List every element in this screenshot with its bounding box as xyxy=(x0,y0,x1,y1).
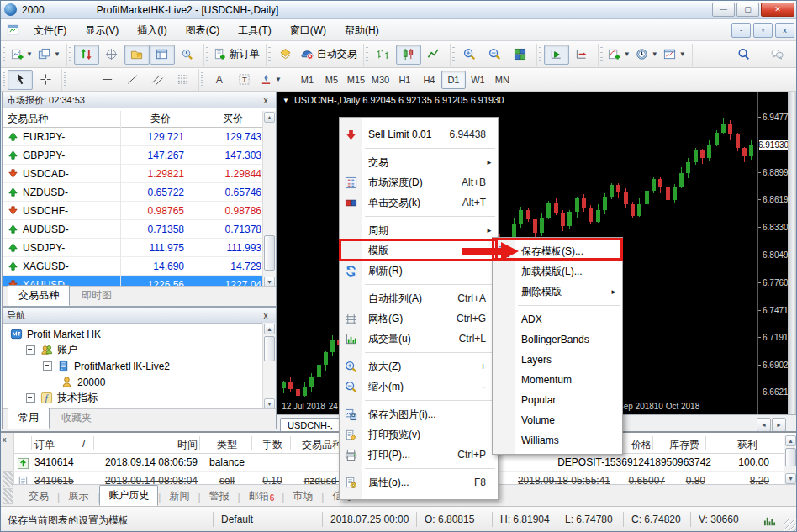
navigator-toggle-button[interactable] xyxy=(124,45,150,65)
context-menu-item-市场深度(D)[interactable]: 市场深度(D)Alt+B xyxy=(340,172,498,192)
menu-工具(T)[interactable]: 工具(T) xyxy=(229,22,280,39)
column-profit[interactable]: 获利 xyxy=(724,438,771,452)
tab-scroll-right-icon[interactable]: ► xyxy=(772,418,786,432)
price-axis[interactable]: 6.947756.889956.861906.833006.804956.776… xyxy=(757,92,789,414)
equidistant-channel-button[interactable] xyxy=(145,70,170,90)
dropdown-arrow-icon[interactable]: ▼ xyxy=(26,50,33,58)
menu-文件(F)[interactable]: 文件(F) xyxy=(24,22,76,39)
market-watch-row-USDCHF-[interactable]: USDCHF-0.987650.98786 xyxy=(3,202,276,220)
fibonacci-button[interactable] xyxy=(170,70,195,90)
tile-windows-button[interactable] xyxy=(508,45,533,65)
column-symbol[interactable]: 交易品种 xyxy=(8,112,48,126)
close-button[interactable]: ✕ xyxy=(761,3,794,17)
profiles-button[interactable]: ▼ xyxy=(35,45,63,65)
timeframe-MN[interactable]: MN xyxy=(490,71,515,89)
dropdown-arrow-icon[interactable]: ▼ xyxy=(54,50,61,58)
expand-icon[interactable] xyxy=(43,361,52,371)
terminal-close-icon[interactable]: x xyxy=(3,435,7,444)
column-lots[interactable]: 手数 xyxy=(253,438,292,452)
navigator-item-账户[interactable]: 账户 xyxy=(6,342,276,358)
market-watch-row-NZDUSD-[interactable]: NZDUSD-0.657220.65746 xyxy=(3,183,276,202)
menu-插入(I)[interactable]: 插入(I) xyxy=(128,22,176,39)
expand-icon[interactable] xyxy=(26,393,35,403)
navigator-item-技术指标[interactable]: f技术指标 xyxy=(6,390,276,406)
new-chart-button[interactable]: ▼ xyxy=(8,45,35,65)
market-watch-row-AUDUSD-[interactable]: AUDUSD-0.713580.71378 xyxy=(3,220,276,239)
terminal-scrollbar[interactable]: ▲ ▼ xyxy=(784,435,797,485)
tab-scroll-left-icon[interactable]: ◄ xyxy=(757,418,771,432)
navigator-item-ProfitMarketHK-Live2[interactable]: ProfitMarketHK-Live2 xyxy=(6,358,276,374)
chart-candles-button[interactable] xyxy=(396,45,421,65)
timeframe-M30[interactable]: M30 xyxy=(368,71,393,89)
market-watch-row-EURJPY-[interactable]: EURJPY-129.721129.743 xyxy=(3,128,276,146)
context-menu-item-成交量(u)[interactable]: 成交量(u)Ctrl+L xyxy=(340,329,498,349)
market-watch-row-USDCAD-[interactable]: USDCAD-1.298211.29844 xyxy=(3,165,276,183)
market-watch-row-XAGUSD-[interactable]: XAGUSD-14.69014.729 xyxy=(3,257,276,276)
scroll-up-icon[interactable]: ▲ xyxy=(264,112,275,123)
submenu-item-Momentum[interactable]: Momentum xyxy=(493,370,622,390)
submenu-item-BollingerBands[interactable]: BollingerBands xyxy=(493,329,622,350)
indicators-list-button[interactable]: ▼ xyxy=(605,45,633,65)
new-order-button[interactable]: 新订单 xyxy=(211,45,262,65)
context-menu-item-自动排列(A)[interactable]: 自动排列(A)Ctrl+A xyxy=(340,288,498,308)
tab-常用[interactable]: 常用 xyxy=(8,408,50,429)
market-watch-toggle-button[interactable] xyxy=(74,45,99,65)
context-menu-item-单击交易(k)[interactable]: 单击交易(k)Alt+T xyxy=(340,192,498,213)
context-menu-item-网格(G)[interactable]: 网格(G)Ctrl+G xyxy=(340,308,498,329)
context-menu-item-刷新(R)[interactable]: 刷新(R) xyxy=(340,261,498,281)
market-watch-scrollbar[interactable]: ▲ ▼ xyxy=(262,111,276,288)
context-menu-item-属性(o)...[interactable]: 属性(o)...F8 xyxy=(340,472,498,492)
timeframe-M1[interactable]: M1 xyxy=(295,71,319,89)
chart-scrollbar[interactable] xyxy=(788,92,797,414)
strategy-tester-button[interactable] xyxy=(175,45,200,65)
terminal-tab-邮箱[interactable]: 邮箱6 xyxy=(240,487,282,506)
context-menu-item-打印(P)...[interactable]: 打印(P)...Ctrl+P xyxy=(340,445,498,465)
navigator-close-icon[interactable]: x xyxy=(260,311,272,320)
scroll-thumb[interactable] xyxy=(785,448,796,466)
zoom-out-button[interactable] xyxy=(483,45,508,65)
search-button[interactable] xyxy=(731,45,756,65)
context-menu-item-周期[interactable]: 周期► xyxy=(340,220,498,240)
vertical-line-button[interactable] xyxy=(69,70,94,90)
column-order[interactable]: 订单 xyxy=(34,438,55,452)
chart-shift-button[interactable] xyxy=(569,45,594,65)
auto-scroll-button[interactable] xyxy=(544,45,569,65)
data-window-button[interactable] xyxy=(99,45,124,65)
mdi-restore-button[interactable]: ▫ xyxy=(753,23,773,38)
submenu-item-Popular[interactable]: Popular xyxy=(493,390,622,410)
market-watch-row-USDJPY-[interactable]: USDJPY-111.975111.993 xyxy=(3,239,276,257)
market-watch-titlebar[interactable]: 市场报价: 02:34:53 x xyxy=(3,92,276,108)
chart-line-button[interactable] xyxy=(421,45,446,65)
timeframe-H4[interactable]: H4 xyxy=(417,71,441,89)
menu-显示(V)[interactable]: 显示(V) xyxy=(76,22,128,39)
submenu-item-Volume[interactable]: Volume xyxy=(493,410,622,430)
scroll-down-icon[interactable]: ▼ xyxy=(785,473,796,484)
drag-handle[interactable] xyxy=(3,488,13,504)
arrows-button[interactable]: ▼ xyxy=(256,70,284,90)
tab-交易品种[interactable]: 交易品种 xyxy=(8,285,70,306)
submenu-item-ADX[interactable]: ADX xyxy=(493,309,622,329)
menu-图表(C)[interactable]: 图表(C) xyxy=(177,22,230,39)
mdi-close-button[interactable]: x xyxy=(775,23,794,38)
terminal-tab-新闻[interactable]: 新闻 xyxy=(161,487,198,506)
resize-grip[interactable] xyxy=(784,519,796,531)
context-menu-item-打印预览(v)[interactable]: 打印预览(v) xyxy=(340,424,498,445)
column-type[interactable]: 类型 xyxy=(201,438,253,452)
minimize-button[interactable]: — xyxy=(712,3,735,17)
column-ask[interactable]: 买价 xyxy=(223,112,243,126)
market-watch-row-GBPJPY-[interactable]: GBPJPY-147.267147.303 xyxy=(3,146,276,165)
submenu-item-Layers[interactable]: Layers xyxy=(493,350,622,370)
navigator-item-Profit Market HK[interactable]: Profit Market HK xyxy=(6,326,276,342)
column-time[interactable]: 时间 xyxy=(95,438,198,452)
chart-bars-button[interactable] xyxy=(371,45,396,65)
text-button[interactable]: A xyxy=(206,70,231,90)
chat-button[interactable] xyxy=(764,45,789,65)
navigator-item-20000[interactable]: 20000 xyxy=(6,374,276,390)
scroll-up-icon[interactable]: ▲ xyxy=(264,324,275,334)
dropdown-arrow-icon[interactable]: ▼ xyxy=(275,76,282,83)
navigator-titlebar[interactable]: 导航 x xyxy=(3,308,276,324)
context-menu-item-交易[interactable]: 交易► xyxy=(340,152,498,172)
menu-帮助(H)[interactable]: 帮助(H) xyxy=(335,22,388,39)
templates-button[interactable]: ▼ xyxy=(661,45,689,65)
dropdown-arrow-icon[interactable]: ▼ xyxy=(679,50,686,58)
